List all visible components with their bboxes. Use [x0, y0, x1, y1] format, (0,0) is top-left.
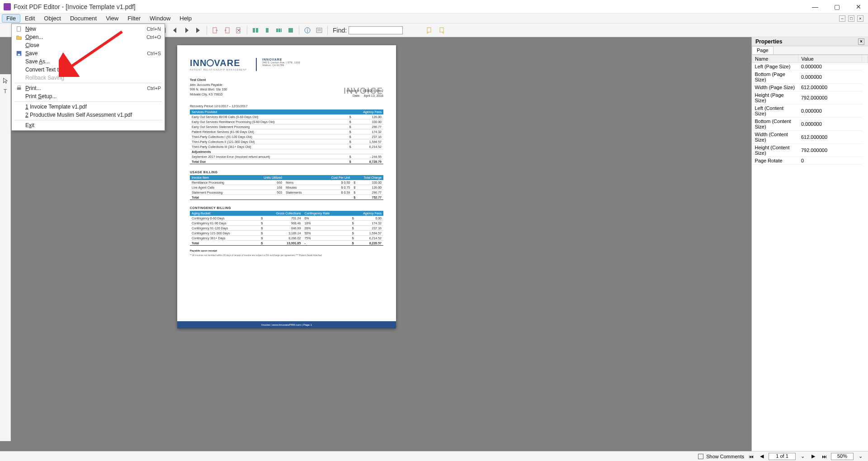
svg-rect-7 — [278, 29, 280, 32]
layout-2-button[interactable] — [262, 25, 272, 35]
sub-restore-button[interactable]: □ — [848, 15, 854, 22]
zoom-dropdown[interactable]: ⌄ — [856, 453, 864, 460]
prop-value: 0.000000 — [798, 63, 862, 71]
invnum: 0036201801-2 — [363, 89, 383, 92]
window-title: Foxit PDF Editor - [Invoice Template v1.… — [14, 3, 136, 10]
svg-text:T: T — [3, 88, 7, 95]
prev-page-button[interactable] — [170, 25, 180, 35]
prop-value: 612.000000 — [798, 131, 862, 144]
menu-filter[interactable]: Filter — [123, 14, 145, 23]
prop-value: 612.000000 — [798, 84, 862, 91]
show-comments-label: Show Comments — [706, 454, 744, 459]
menu-item-save[interactable]: SaveCtrl+S — [13, 49, 164, 57]
fineprint: ** All invoices not remitted within 30 d… — [190, 254, 383, 257]
menu-file[interactable]: File — [2, 14, 20, 23]
properties-close-button[interactable]: × — [858, 38, 864, 45]
recent-file[interactable]: 2 Productive Muslim Self Assessment v1.p… — [13, 111, 164, 119]
pdf-page[interactable]: INNVARE PATIENT RELATIONSHIP MANAGEMENT … — [177, 45, 396, 328]
cont-title: CONTINGENCY BILLING — [190, 206, 383, 209]
find-label: Find: — [333, 27, 347, 34]
menu-item-close[interactable]: Close — [13, 41, 164, 49]
export-page-button[interactable] — [222, 25, 232, 35]
prop-name: Width (Page Size) — [752, 84, 798, 91]
menu-item-print-setup-[interactable]: Print Setup... — [13, 92, 164, 100]
pointer-tool-button[interactable] — [1, 76, 10, 85]
page-dropdown[interactable]: ⌄ — [798, 453, 807, 460]
properties-tab-page[interactable]: Page — [752, 46, 774, 54]
properties-panel: Properties × Page NameValue Left (Page S… — [751, 37, 868, 451]
company-addr2: Walnut, CA 91789 — [262, 64, 300, 67]
recovery-period: Recovery Period 12/1/2017 – 12/31/2017 — [190, 105, 383, 108]
title-bar: Foxit PDF Editor - [Invoice Template v1.… — [0, 0, 868, 14]
find-prev-button[interactable] — [425, 25, 434, 35]
page-indicator[interactable]: 1 of 1 — [769, 453, 796, 460]
client-attn: Attn: Accounts Payable — [190, 83, 227, 88]
sub-minimize-button[interactable]: – — [839, 15, 845, 22]
svg-rect-2 — [236, 28, 240, 33]
side-toolbar: T — [0, 74, 11, 441]
prop-name: Width (Content Size) — [752, 131, 798, 144]
zoom-indicator[interactable]: 50% — [831, 453, 854, 460]
svg-rect-16 — [17, 27, 21, 32]
file-menu-dropdown: NewCtrl+NOpen...Ctrl+OCloseSaveCtrl+SSav… — [11, 24, 165, 131]
client-addr2: Midvale City, KS 79810 — [190, 92, 227, 97]
text-tool-button[interactable]: T — [1, 87, 10, 96]
find-next-button[interactable] — [436, 25, 446, 35]
svg-rect-3 — [253, 28, 255, 33]
layout-1-button[interactable] — [250, 25, 260, 35]
page-footer: Invoice | www.InnovarePRM.com | Page 1 — [177, 321, 396, 328]
menu-item-print-[interactable]: Print...Ctrl+P — [13, 84, 164, 92]
layout-3-button[interactable] — [274, 25, 284, 35]
maximize-button[interactable]: ▢ — [831, 2, 843, 11]
menu-help[interactable]: Help — [175, 14, 196, 23]
svg-rect-14 — [440, 28, 443, 32]
next-page-sb[interactable]: ▶ — [809, 453, 817, 460]
menu-item-rollback-saving: Rollback Saving — [13, 74, 164, 82]
svg-rect-20 — [18, 86, 20, 88]
prop-name: Page Rotate — [752, 157, 798, 165]
svg-text:i: i — [307, 28, 308, 33]
first-page-sb[interactable]: ⏮ — [747, 453, 755, 460]
menu-document[interactable]: Document — [66, 14, 101, 23]
svg-rect-6 — [276, 29, 278, 32]
close-button[interactable]: ✕ — [853, 2, 864, 11]
next-page-button[interactable] — [182, 25, 192, 35]
prop-name: Bottom (Content Size) — [752, 118, 798, 131]
menu-view[interactable]: View — [101, 14, 123, 23]
prop-name: Left (Page Size) — [752, 63, 798, 71]
prop-value: 792.000000 — [798, 144, 862, 157]
menu-item-open-[interactable]: Open...Ctrl+O — [13, 33, 164, 41]
company-name: INNOVARE — [262, 58, 300, 61]
prop-value: 0.000000 — [798, 118, 862, 131]
svg-rect-19 — [17, 87, 21, 90]
contingency-table: Aging BucketGross CollectionsContingency… — [190, 211, 383, 246]
menu-item-save-as-[interactable]: Save As... — [13, 57, 164, 66]
info-button[interactable]: i — [302, 25, 312, 35]
menu-exit[interactable]: Exit — [13, 121, 164, 129]
minimize-button[interactable]: — — [809, 2, 821, 11]
svg-rect-13 — [427, 28, 431, 32]
properties-grid: NameValue Left (Page Size)0.000000Bottom… — [752, 54, 868, 451]
sub-close-button[interactable]: × — [857, 15, 863, 22]
menu-item-new[interactable]: NewCtrl+N — [13, 25, 164, 33]
menu-edit[interactable]: Edit — [20, 14, 39, 23]
svg-rect-18 — [18, 54, 20, 56]
last-page-button[interactable] — [193, 25, 203, 35]
delete-page-button[interactable] — [234, 25, 244, 35]
find-input[interactable] — [349, 26, 403, 34]
last-page-sb[interactable]: ⏭ — [820, 453, 828, 460]
services-table: Services ProvidedAgency Fees Early Out S… — [190, 109, 383, 164]
options-button[interactable] — [314, 25, 324, 35]
status-bar: Show Comments ⏮ ◀ 1 of 1 ⌄ ▶ ⏭ 50% ⌄ — [0, 451, 868, 461]
menu-window[interactable]: Window — [145, 14, 175, 23]
show-comments-checkbox[interactable] — [698, 454, 703, 459]
recent-file[interactable]: 1 Invoice Template v1.pdf — [13, 103, 164, 111]
import-page-button[interactable] — [210, 25, 220, 35]
prev-page-sb[interactable]: ◀ — [758, 453, 766, 460]
svg-rect-8 — [281, 29, 282, 32]
prop-value: 0.000000 — [798, 105, 862, 118]
prop-name: Bottom (Page Size) — [752, 71, 798, 84]
layout-4-button[interactable] — [286, 25, 296, 35]
menu-object[interactable]: Object — [39, 14, 66, 23]
menu-item-convert-text-to-path[interactable]: Convert Text to Path — [13, 66, 164, 74]
